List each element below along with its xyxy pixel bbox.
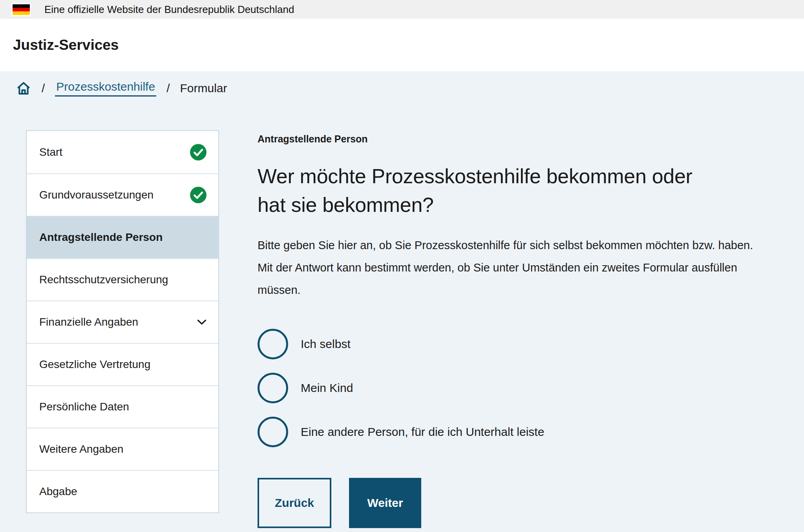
sidebar-item-label: Abgabe — [39, 485, 206, 498]
sidebar-item-label: Gesetzliche Vertretung — [39, 358, 206, 371]
sidebar-item-rechtsschutzversicherung[interactable]: Rechtsschutzversicherung — [27, 258, 218, 301]
form-main-content: Antragstellende Person Wer möchte Prozes… — [258, 133, 784, 528]
german-flag-icon — [11, 3, 31, 16]
back-button[interactable]: Zurück — [258, 478, 331, 528]
breadcrumb-home-link[interactable] — [16, 80, 31, 96]
sidebar-item-label: Grundvoraussetzungen — [39, 189, 190, 201]
check-circle-icon — [190, 187, 206, 203]
radio-option-ich-selbst[interactable]: Ich selbst — [258, 329, 784, 359]
breadcrumb-separator: / — [166, 82, 170, 95]
sidebar-item-finanzielle-angaben[interactable]: Finanzielle Angaben — [27, 301, 218, 343]
next-button[interactable]: Weiter — [349, 478, 421, 528]
sidebar-item-label: Start — [39, 146, 190, 159]
page-title-line-1: Wer möchte Prozesskostenhilfe bekommen o… — [258, 162, 784, 191]
sidebar-item-label: Finanzielle Angaben — [39, 316, 197, 328]
government-banner-text: Eine offizielle Website der Bundesrepubl… — [44, 4, 294, 16]
page-title: Wer möchte Prozesskostenhilfe bekommen o… — [258, 162, 784, 219]
breadcrumb-separator: / — [42, 82, 45, 95]
breadcrumb: / Prozesskostenhilfe / Formular — [16, 79, 227, 97]
radio-option-label: Ich selbst — [301, 337, 351, 351]
radio-option-andere-person[interactable]: Eine andere Person, für die ich Unterhal… — [258, 417, 784, 447]
radio-button-icon[interactable] — [258, 329, 288, 359]
sidebar-item-gesetzliche-vertretung[interactable]: Gesetzliche Vertretung — [27, 343, 218, 385]
sidebar-item-label: Weitere Angaben — [39, 443, 206, 455]
sidebar-item-grundvoraussetzungen[interactable]: Grundvoraussetzungen — [27, 173, 218, 216]
radio-option-label: Eine andere Person, für die ich Unterhal… — [301, 425, 544, 439]
chevron-down-icon — [197, 319, 206, 325]
sidebar-item-antragstellende-person[interactable]: Antragstellende Person — [27, 216, 218, 258]
form-navigation-buttons: Zurück Weiter — [258, 478, 784, 528]
question-description: Bitte geben Sie hier an, ob Sie Prozessk… — [258, 234, 764, 301]
government-banner: Eine offizielle Website der Bundesrepubl… — [0, 0, 804, 19]
check-circle-icon — [190, 144, 206, 160]
form-step-sidebar: Start Grundvoraussetzungen Antragstellen… — [26, 130, 219, 513]
sidebar-item-weitere-angaben[interactable]: Weitere Angaben — [27, 428, 218, 470]
radio-group-antragsteller: Ich selbst Mein Kind Eine andere Person,… — [258, 329, 784, 447]
site-title: Justiz-Services — [13, 37, 119, 53]
page-title-line-2: hat sie bekommen? — [258, 191, 784, 219]
section-label: Antragstellende Person — [258, 133, 784, 145]
sidebar-item-start[interactable]: Start — [27, 131, 218, 173]
radio-button-icon[interactable] — [258, 373, 288, 403]
breadcrumb-link-prozesskostenhilfe[interactable]: Prozesskostenhilfe — [55, 80, 156, 97]
radio-option-label: Mein Kind — [301, 381, 353, 395]
radio-option-mein-kind[interactable]: Mein Kind — [258, 373, 784, 403]
breadcrumb-current-formular: Formular — [180, 82, 227, 95]
sidebar-item-label: Persönliche Daten — [39, 401, 206, 413]
sidebar-item-abgabe[interactable]: Abgabe — [27, 470, 218, 512]
sidebar-item-label: Rechtsschutzversicherung — [39, 273, 206, 286]
sidebar-item-label: Antragstellende Person — [39, 231, 206, 244]
radio-button-icon[interactable] — [258, 417, 288, 447]
home-icon — [16, 80, 31, 96]
site-header: Justiz-Services — [0, 19, 804, 71]
sidebar-item-persoenliche-daten[interactable]: Persönliche Daten — [27, 385, 218, 428]
